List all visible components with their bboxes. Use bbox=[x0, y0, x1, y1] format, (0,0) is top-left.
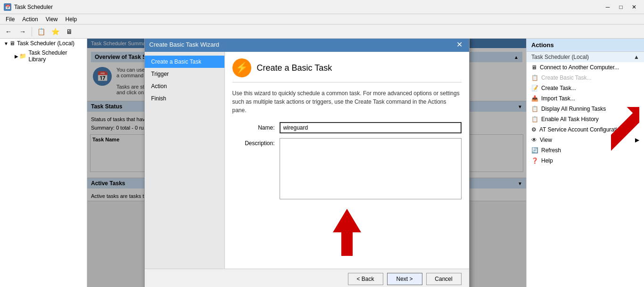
menu-file[interactable]: File bbox=[2, 15, 18, 24]
svg-marker-0 bbox=[333, 209, 361, 256]
actions-header: Actions bbox=[527, 39, 644, 52]
menu-help[interactable]: Help bbox=[62, 15, 81, 24]
create-task-icon: 📝 bbox=[531, 85, 538, 91]
menu-view[interactable]: View bbox=[42, 15, 62, 24]
title-bar: 📅 Task Scheduler ─ □ ✕ bbox=[0, 0, 644, 14]
next-button[interactable]: Next > bbox=[387, 273, 422, 285]
main-layout: ▼ 🖥 Task Scheduler (Local) ▶ 📁 Task Sche… bbox=[0, 39, 644, 287]
tree-item-scheduler-local[interactable]: ▼ 🖥 Task Scheduler (Local) bbox=[0, 39, 87, 48]
dialog-close-button[interactable]: ✕ bbox=[455, 40, 464, 49]
cancel-button[interactable]: Cancel bbox=[426, 273, 462, 285]
wizard-nav-create-basic-task[interactable]: Create a Basic Task bbox=[145, 56, 224, 68]
menu-bar: File Action View Help bbox=[0, 14, 644, 25]
back-button[interactable]: ← bbox=[2, 26, 15, 37]
dialog-body: Create a Basic Task Trigger Action Finis… bbox=[145, 52, 469, 269]
tree-item-library[interactable]: ▶ 📁 Task Scheduler Library bbox=[0, 48, 87, 64]
close-button[interactable]: ✕ bbox=[628, 2, 640, 12]
import-icon: 📥 bbox=[531, 95, 538, 102]
enable-icon: 📋 bbox=[531, 116, 538, 123]
description-input[interactable] bbox=[280, 138, 462, 199]
library-icon: 📁 bbox=[19, 53, 26, 59]
dialog-overlay: Create Basic Task Wizard ✕ Create a Basi… bbox=[87, 39, 526, 287]
help-label: Help bbox=[541, 157, 553, 164]
action-create-task[interactable]: 📝 Create Task... bbox=[527, 83, 644, 93]
create-basic-icon: 📋 bbox=[531, 74, 538, 81]
refresh-icon: 🔄 bbox=[531, 147, 538, 154]
window-controls: ─ □ ✕ bbox=[602, 2, 640, 12]
create-basic-label: Create Basic Task... bbox=[541, 74, 592, 81]
wizard-nav-label-2: Action bbox=[151, 83, 167, 90]
description-form-row: Description: bbox=[232, 138, 462, 199]
wizard-nav-action[interactable]: Action bbox=[145, 80, 224, 92]
star-button[interactable]: ⭐ bbox=[49, 26, 62, 37]
refresh-label: Refresh bbox=[541, 147, 561, 154]
action-connect-computer[interactable]: 🖥 Connect to Another Computer... bbox=[527, 62, 644, 73]
actions-subheader-label: Task Scheduler (Local) bbox=[531, 54, 589, 60]
connect-icon: 🖥 bbox=[531, 64, 537, 71]
wizard-nav-label-1: Trigger bbox=[151, 71, 169, 77]
dialog-title: Create Basic Task Wizard bbox=[149, 41, 220, 48]
import-label: Import Task... bbox=[541, 95, 575, 102]
wizard-nav-trigger[interactable]: Trigger bbox=[145, 68, 224, 80]
red-arrow-down bbox=[328, 209, 366, 256]
left-panel: ▼ 🖥 Task Scheduler (Local) ▶ 📁 Task Sche… bbox=[0, 39, 87, 287]
svg-marker-1 bbox=[611, 98, 639, 159]
dialog-titlebar: Create Basic Task Wizard ✕ bbox=[145, 39, 469, 52]
wizard-description: Use this wizard to quickly schedule a co… bbox=[232, 89, 462, 115]
wizard-nav-label-0: Create a Basic Task bbox=[151, 58, 202, 65]
maximize-button[interactable]: □ bbox=[615, 2, 627, 12]
at-service-icon: ⚙ bbox=[531, 126, 537, 133]
expand-icon-library[interactable]: ▶ bbox=[13, 53, 19, 59]
forward-button[interactable]: → bbox=[16, 26, 29, 37]
wizard-nav: Create a Basic Task Trigger Action Finis… bbox=[145, 52, 225, 269]
wizard-header: ⚡ Create a Basic Task bbox=[232, 58, 462, 82]
description-label: Description: bbox=[232, 140, 275, 147]
right-panel: Actions Task Scheduler (Local) ▲ 🖥 Conne… bbox=[526, 39, 644, 287]
wizard-nav-finish[interactable]: Finish bbox=[145, 92, 224, 105]
name-label: Name: bbox=[232, 124, 275, 131]
arrow-container: 🔄 Refresh bbox=[527, 145, 644, 156]
help-icon: ❓ bbox=[531, 157, 538, 164]
monitor-button[interactable]: 🖥 bbox=[63, 26, 76, 37]
dialog-footer: < Back Next > Cancel bbox=[145, 269, 469, 287]
tree-label-scheduler: Task Scheduler (Local) bbox=[17, 40, 74, 47]
view-icon: 👁 bbox=[531, 137, 537, 143]
red-arrow-up-right bbox=[611, 98, 639, 161]
display-icon: 📋 bbox=[531, 106, 538, 112]
down-arrow-container bbox=[232, 209, 462, 256]
clipboard-button[interactable]: 📋 bbox=[34, 26, 48, 37]
create-task-label: Create Task... bbox=[541, 85, 576, 91]
connect-label: Connect to Another Computer... bbox=[540, 64, 619, 71]
tree-label-library: Task Scheduler Library bbox=[28, 49, 84, 63]
app-icon: 📅 bbox=[4, 3, 11, 11]
wizard-header-title: Create a Basic Task bbox=[257, 63, 332, 73]
view-label: View bbox=[540, 137, 552, 143]
toolbar-separator bbox=[32, 27, 32, 36]
enable-label: Enable All Task History bbox=[541, 116, 599, 123]
wizard-nav-label-3: Finish bbox=[151, 95, 166, 102]
display-label: Display All Running Tasks bbox=[541, 106, 606, 112]
actions-subheader: Task Scheduler (Local) ▲ bbox=[527, 52, 644, 62]
minimize-button[interactable]: ─ bbox=[602, 2, 614, 12]
scheduler-icon: 🖥 bbox=[9, 40, 15, 47]
expand-icon[interactable]: ▼ bbox=[3, 40, 9, 47]
name-form-row: Name: bbox=[232, 122, 462, 133]
center-panel: Task Scheduler Summary (Last refreshed: … bbox=[87, 39, 526, 287]
toolbar: ← → 📋 ⭐ 🖥 bbox=[0, 25, 644, 39]
back-button[interactable]: < Back bbox=[348, 273, 383, 285]
create-basic-task-dialog: Create Basic Task Wizard ✕ Create a Basi… bbox=[144, 39, 470, 287]
wizard-content: ⚡ Create a Basic Task Use this wizard to… bbox=[225, 52, 469, 269]
action-create-basic-task[interactable]: 📋 Create Basic Task... bbox=[527, 73, 644, 83]
app-title: Task Scheduler bbox=[14, 4, 53, 10]
wizard-header-icon: ⚡ bbox=[232, 58, 251, 77]
actions-subheader-collapse[interactable]: ▲ bbox=[634, 54, 639, 60]
menu-action[interactable]: Action bbox=[18, 15, 41, 24]
name-input[interactable] bbox=[280, 122, 462, 133]
